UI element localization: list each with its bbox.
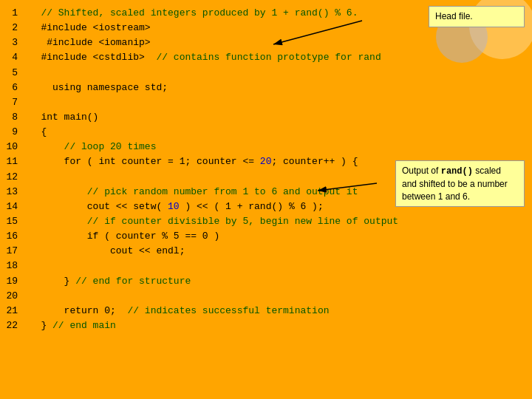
code-content: if ( counter % 5 == 0 ) (24, 229, 219, 244)
code-content: // loop 20 times (24, 140, 156, 154)
code-content (24, 259, 30, 273)
line-number: 1 (3, 6, 24, 21)
line-number: 14 (3, 200, 24, 214)
line-number: 18 (3, 259, 24, 273)
code-content: ) << ( 1 + rand() % 6 ); (180, 200, 324, 214)
line-number: 13 (3, 185, 24, 200)
code-line: 16 if ( counter % 5 == 0 ) (3, 229, 529, 244)
line-number: 22 (3, 318, 24, 333)
line-number: 5 (3, 66, 24, 81)
code-line: 15 // if counter divisible by 5, begin n… (3, 214, 529, 229)
code-content: } (24, 274, 75, 289)
code-line: 4 #include <cstdlib> // contains functio… (3, 50, 529, 65)
code-line: 8 int main() (3, 110, 529, 125)
line-number: 17 (3, 244, 24, 259)
line-number: 19 (3, 274, 24, 289)
code-content: #include <cstdlib> (24, 50, 156, 65)
code-content: // contains function prototype for rand (156, 50, 381, 65)
line-number: 11 (3, 154, 24, 169)
line-number: 20 (3, 289, 24, 304)
code-content: for ( int counter = 1; counter <= (24, 154, 260, 169)
line-number: 8 (3, 110, 24, 125)
code-content: int main() (24, 110, 98, 125)
line-number: 3 (3, 35, 24, 50)
code-content: using namespace std; (24, 81, 168, 95)
code-content (24, 170, 30, 185)
code-content: return 0; (24, 304, 127, 318)
annotation-rand-label: Output of rand() scaled and shifted to b… (402, 166, 508, 202)
line-number: 9 (3, 125, 24, 140)
code-content: // pick random number from 1 to 6 and ou… (24, 185, 358, 200)
code-content: // end for structure (75, 274, 191, 289)
line-number: 6 (3, 81, 24, 95)
code-content: #include <iostream> (24, 21, 151, 35)
code-content: ; counter++ ) { (271, 154, 358, 169)
code-line: 9 { (3, 125, 529, 140)
line-number: 7 (3, 95, 24, 110)
code-content: } (24, 318, 52, 333)
line-number: 12 (3, 170, 24, 185)
annotation-head-file-label: Head file. (435, 11, 473, 21)
line-number: 15 (3, 214, 24, 229)
line-number: 4 (3, 50, 24, 65)
code-line: 21 return 0; // indicates successful ter… (3, 304, 529, 318)
code-content (24, 66, 30, 81)
line-number: 21 (3, 304, 24, 318)
code-content: // Shifted, scaled integers produced by … (24, 6, 358, 21)
code-line: 20 (3, 289, 529, 304)
annotation-rand-description: Output of rand() scaled and shifted to b… (395, 160, 525, 207)
code-content: 20 (260, 154, 272, 169)
line-number: 16 (3, 229, 24, 244)
code-content: #include <iomanip> (24, 35, 151, 50)
code-content: 10 (168, 200, 180, 214)
code-line: 10 // loop 20 times (3, 140, 529, 154)
line-number: 2 (3, 21, 24, 35)
code-content: cout << setw( (24, 200, 168, 214)
code-line: 6 using namespace std; (3, 81, 529, 95)
code-line: 5 (3, 66, 529, 81)
code-line: 17 cout << endl; (3, 244, 529, 259)
code-content: { (24, 125, 47, 140)
code-line: 22 } // end main (3, 318, 529, 333)
line-number: 10 (3, 140, 24, 154)
code-line: 19 } // end for structure (3, 274, 529, 289)
code-content: cout << endl; (24, 244, 185, 259)
code-content: // indicates successful termination (127, 304, 329, 318)
code-content (24, 289, 30, 304)
code-line: 3 #include <iomanip> (3, 35, 529, 50)
code-content: // end main (52, 318, 116, 333)
code-content: // if counter divisible by 5, begin new … (24, 214, 398, 229)
annotation-head-file: Head file. (429, 6, 525, 27)
code-line: 18 (3, 259, 529, 273)
code-content (24, 95, 30, 110)
code-line: 7 (3, 95, 529, 110)
